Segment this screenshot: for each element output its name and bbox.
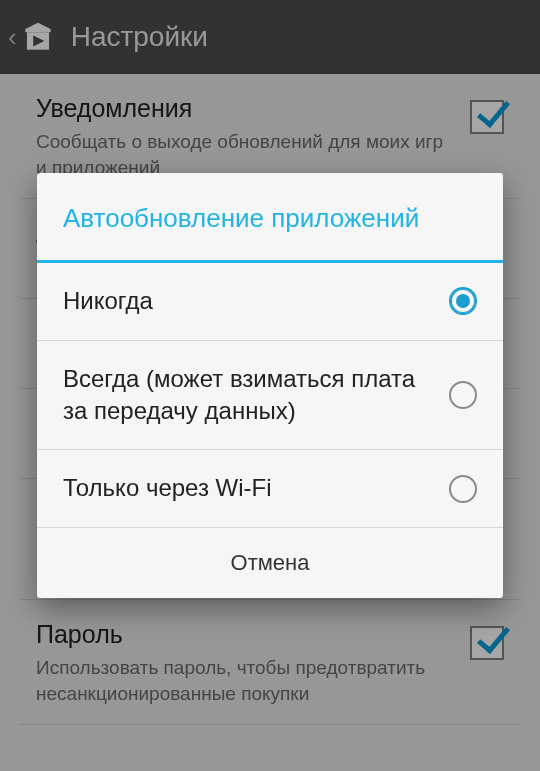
option-label: Никогда [63, 285, 449, 317]
radio-icon[interactable] [449, 381, 477, 409]
option-wifi[interactable]: Только через Wi-Fi [37, 450, 503, 527]
option-never[interactable]: Никогда [37, 263, 503, 340]
screen: ‹ Настройки Уведомления Сообщать о выход… [0, 0, 540, 771]
dialog-scrim[interactable]: Автообновление приложений Никогда Всегда… [0, 0, 540, 771]
dialog-title: Автообновление приложений [37, 173, 503, 260]
radio-icon[interactable] [449, 475, 477, 503]
option-label: Только через Wi-Fi [63, 472, 449, 504]
option-always[interactable]: Всегда (может взиматься плата за передач… [37, 341, 503, 451]
option-label: Всегда (может взиматься плата за передач… [63, 363, 449, 428]
cancel-button[interactable]: Отмена [37, 528, 503, 598]
radio-icon[interactable] [449, 287, 477, 315]
autoupdate-dialog: Автообновление приложений Никогда Всегда… [37, 173, 503, 598]
